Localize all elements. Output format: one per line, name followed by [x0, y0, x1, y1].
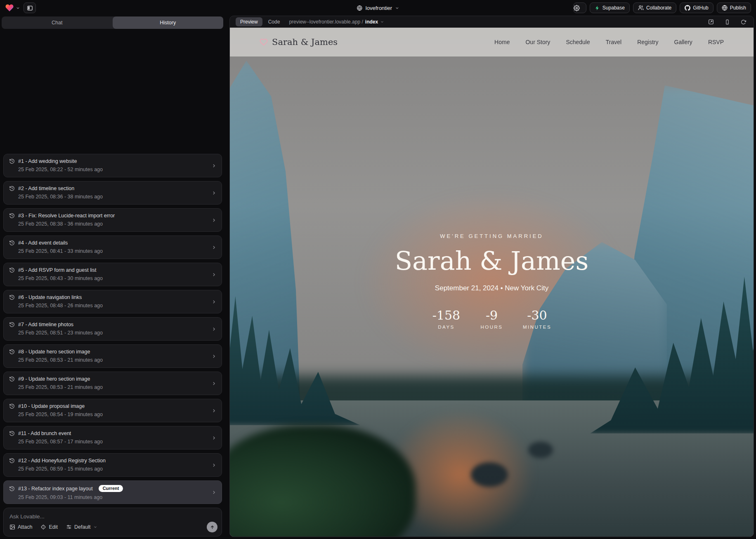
countdown-value: -30: [523, 308, 552, 322]
project-switcher[interactable]: lovefrontier: [357, 0, 399, 16]
history-item-title: #6 - Update navigation links: [18, 294, 82, 300]
history-item-timestamp: 25 Feb 2025, 08:38 - 36 minutes ago: [18, 221, 208, 227]
chat-input[interactable]: [9, 513, 175, 520]
history-clock-icon: [9, 322, 15, 327]
history-item[interactable]: #5 - Add RSVP form and guest list 25 Feb…: [3, 263, 222, 286]
github-button[interactable]: GitHub: [680, 2, 713, 13]
chevron-right-icon[interactable]: [211, 217, 217, 223]
lovable-logo-menu[interactable]: [5, 4, 20, 12]
history-item[interactable]: #9 - Update hero section image 25 Feb 20…: [3, 372, 222, 395]
countdown: -158 DAYS -9 HOURS -30 MINUTES: [230, 308, 754, 330]
history-clock-icon: [9, 458, 15, 464]
history-item-title: #11 - Add brunch event: [18, 431, 71, 436]
sidebar: Chat History #1 - Add wedding website 25…: [0, 16, 225, 539]
sidebar-tabbar: Chat History: [2, 16, 223, 29]
history-item-title: #12 - Add Honeyfund Registry Section: [18, 458, 106, 464]
history-item[interactable]: #10 - Update proposal image 25 Feb 2025,…: [3, 399, 222, 422]
chevron-right-icon[interactable]: [211, 163, 217, 168]
history-item[interactable]: #1 - Add wedding website 25 Feb 2025, 08…: [3, 154, 222, 177]
chevron-right-icon[interactable]: [211, 299, 217, 304]
history-item-title: #10 - Update proposal image: [18, 403, 85, 409]
countdown-label: MINUTES: [523, 325, 552, 330]
preview-url[interactable]: preview--lovefrontier.lovable.app / inde…: [289, 19, 384, 25]
tab-chat[interactable]: Chat: [2, 16, 113, 29]
attach-label: Attach: [18, 524, 32, 530]
chevron-down-icon: [395, 6, 399, 10]
history-clock-icon: [9, 431, 15, 436]
publish-globe-icon: [722, 5, 728, 11]
countdown-item: -9 HOURS: [477, 308, 506, 330]
sliders-icon: [66, 524, 72, 530]
hero-title: Sarah & James: [230, 246, 754, 276]
collaborate-button[interactable]: Collaborate: [633, 2, 676, 13]
site-nav-link[interactable]: RSVP: [708, 39, 724, 45]
chevron-right-icon[interactable]: [211, 245, 217, 250]
site-logo[interactable]: Sarah & James: [260, 37, 338, 47]
chevron-down-icon: [93, 525, 97, 529]
history-item[interactable]: #4 - Add event details 25 Feb 2025, 08:4…: [3, 235, 222, 259]
project-name: lovefrontier: [366, 5, 392, 11]
edit-button[interactable]: Edit: [40, 524, 58, 530]
hero-eyebrow: WE'RE GETTING MARRIED: [230, 233, 754, 239]
history-clock-icon: [9, 267, 15, 273]
history-clock-icon: [9, 376, 15, 382]
tab-preview[interactable]: Preview: [236, 17, 262, 26]
history-item[interactable]: #7 - Add timeline photos 25 Feb 2025, 08…: [3, 317, 222, 341]
history-item-timestamp: 25 Feb 2025, 08:57 - 17 minutes ago: [18, 439, 208, 445]
history-item-timestamp: 25 Feb 2025, 08:48 - 26 minutes ago: [18, 303, 208, 308]
chevron-right-icon[interactable]: [211, 353, 217, 359]
preview-panel: Preview Code preview--lovefrontier.lovab…: [229, 16, 754, 537]
history-item-timestamp: 25 Feb 2025, 08:22 - 52 minutes ago: [18, 167, 208, 172]
panel-left-icon: [27, 5, 33, 11]
history-clock-icon: [9, 403, 15, 409]
site-nav-link[interactable]: Home: [494, 39, 510, 45]
image-icon: [9, 524, 15, 530]
mobile-view-icon[interactable]: [725, 19, 730, 25]
hero-date-location: September 21, 2024 • New York City: [230, 284, 754, 292]
mode-select[interactable]: Default: [66, 524, 97, 530]
history-item-title: #3 - Fix: Resolve Lucide-react import er…: [18, 213, 115, 219]
chevron-right-icon[interactable]: [211, 326, 217, 332]
chevron-right-icon[interactable]: [211, 408, 217, 413]
history-item[interactable]: #13 - Refactor index page layout Current…: [3, 480, 222, 504]
history-item[interactable]: #3 - Fix: Resolve Lucide-react import er…: [3, 208, 222, 232]
history-item[interactable]: #8 - Update hero section image 25 Feb 20…: [3, 344, 222, 368]
countdown-label: HOURS: [477, 325, 506, 330]
globe-icon: [357, 5, 363, 11]
tab-history[interactable]: History: [113, 16, 224, 29]
github-icon: [685, 5, 690, 11]
chevron-right-icon[interactable]: [211, 435, 217, 440]
publish-button[interactable]: Publish: [717, 2, 751, 13]
lovable-heart-logo-icon: [5, 4, 14, 12]
chevron-right-icon[interactable]: [211, 272, 217, 277]
preview-url-base: preview--lovefrontier.lovable.app /: [289, 19, 363, 25]
open-external-icon[interactable]: [708, 19, 714, 25]
site-nav-link[interactable]: Travel: [606, 39, 621, 45]
history-item[interactable]: #12 - Add Honeyfund Registry Section 25 …: [3, 453, 222, 477]
history-clock-icon: [9, 486, 15, 492]
refresh-icon[interactable]: [741, 19, 746, 25]
chevron-right-icon[interactable]: [211, 462, 217, 468]
sidebar-toggle-button[interactable]: [24, 2, 36, 13]
chat-composer: Attach Edit: [3, 508, 222, 537]
chevron-right-icon[interactable]: [211, 190, 217, 195]
settings-button[interactable]: [573, 2, 586, 13]
site-nav-link[interactable]: Gallery: [674, 39, 692, 45]
history-clock-icon: [9, 240, 15, 246]
tab-code[interactable]: Code: [268, 19, 280, 25]
chevron-right-icon[interactable]: [211, 381, 217, 386]
site-nav-link[interactable]: Registry: [637, 39, 658, 45]
publish-label: Publish: [730, 5, 746, 11]
site-nav-link[interactable]: Schedule: [566, 39, 590, 45]
site-nav-link[interactable]: Our Story: [525, 39, 550, 45]
countdown-value: -9: [477, 308, 506, 322]
history-item[interactable]: #2 - Add timeline section 25 Feb 2025, 0…: [3, 181, 222, 205]
chevron-right-icon[interactable]: [211, 490, 217, 495]
countdown-item: -158 DAYS: [432, 308, 461, 330]
supabase-button[interactable]: Supabase: [590, 2, 630, 13]
attach-button[interactable]: Attach: [9, 524, 32, 530]
gear-icon: [574, 5, 580, 11]
send-button[interactable]: [207, 522, 217, 532]
history-item[interactable]: #6 - Update navigation links 25 Feb 2025…: [3, 290, 222, 313]
history-item[interactable]: #11 - Add brunch event 25 Feb 2025, 08:5…: [3, 426, 222, 450]
